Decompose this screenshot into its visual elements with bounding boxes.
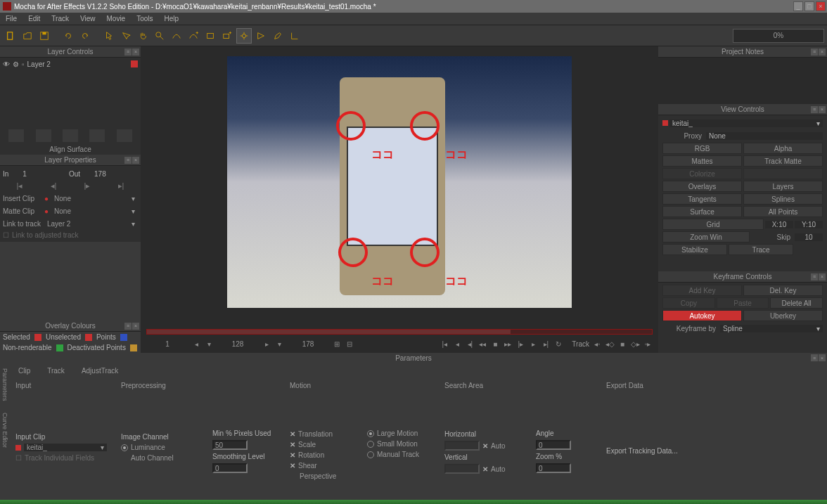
frame-start[interactable]: 1 — [146, 340, 188, 348]
collapse-icon[interactable]: ≡ — [124, 323, 132, 330]
horizontal-input[interactable] — [444, 441, 480, 451]
zoom-out-icon[interactable]: ⊟ — [345, 339, 354, 349]
track-stop-icon[interactable]: ■ — [617, 339, 627, 349]
attach-icon[interactable] — [236, 28, 252, 44]
frame-current[interactable]: 128 — [217, 340, 259, 348]
luminance-radio[interactable] — [121, 444, 128, 451]
points-colour[interactable] — [120, 334, 127, 341]
timeline[interactable] — [146, 329, 653, 335]
spline-icon[interactable] — [169, 28, 184, 44]
collapse-icon[interactable]: ≡ — [124, 157, 132, 164]
uberkey-button[interactable]: Uberkey — [743, 310, 823, 321]
translation-check[interactable]: ✕ — [290, 430, 295, 438]
hand-icon[interactable] — [135, 28, 150, 44]
tab-clip[interactable]: Clip — [15, 366, 33, 376]
add-key-button[interactable]: Add Key — [662, 285, 742, 296]
step-back-icon[interactable]: ◂ — [452, 339, 462, 349]
marker-icon[interactable]: ▾ — [204, 339, 214, 349]
close-panel-icon[interactable]: × — [132, 49, 139, 56]
del-key-button[interactable]: Del. Key — [743, 285, 823, 296]
play-back-icon[interactable]: ◂| — [465, 339, 475, 349]
tracker-br[interactable] — [410, 238, 440, 267]
trace-button[interactable]: Trace — [729, 244, 793, 255]
zoom-button[interactable]: Zoom Win — [662, 231, 750, 243]
checkbox-icon[interactable]: ☐ — [15, 454, 22, 462]
close-panel-icon[interactable]: × — [819, 106, 826, 113]
track-fwd-icon[interactable]: ◇▸ — [630, 339, 640, 349]
track-matte-button[interactable]: Track Matte — [743, 155, 823, 167]
save-icon[interactable] — [37, 28, 52, 44]
layer-row[interactable]: 👁 ⚙ ▫ Layer 2 — [0, 58, 141, 70]
viewer-image[interactable]: ココ ココ ココ ココ — [227, 56, 572, 308]
close-panel-icon[interactable]: × — [132, 323, 139, 330]
angle-icon[interactable] — [287, 28, 302, 44]
close-panel-icon[interactable]: × — [819, 354, 826, 361]
vertical-input[interactable] — [444, 464, 480, 474]
stop-icon[interactable]: ■ — [490, 339, 500, 349]
layers-button[interactable]: Layers — [743, 181, 823, 192]
parameters-tab[interactable]: Parameters — [0, 363, 10, 407]
rgb-button[interactable]: RGB — [662, 143, 742, 154]
menu-help[interactable]: Help — [162, 13, 182, 24]
export-tracking-button[interactable]: Export Tracking Data... — [606, 447, 691, 455]
loop-icon[interactable]: ↻ — [553, 339, 563, 349]
frame-end[interactable]: 178 — [287, 340, 329, 348]
alpha-button[interactable]: Alpha — [743, 143, 823, 154]
tab-adjust[interactable]: AdjustTrack — [79, 366, 121, 376]
in-value[interactable]: 1 — [23, 170, 27, 178]
tracker-tr[interactable] — [410, 111, 440, 141]
go-start-icon[interactable]: |◂ — [440, 339, 449, 349]
grid-x-input[interactable]: X:10 — [765, 221, 793, 228]
collapse-icon[interactable]: ≡ — [124, 49, 132, 56]
menu-file[interactable]: File — [3, 13, 20, 24]
deact-colour[interactable] — [130, 344, 137, 351]
matte-clip-dropdown[interactable]: None — [51, 206, 138, 216]
out-value[interactable]: 178 — [94, 170, 106, 178]
unselected-colour[interactable] — [85, 334, 92, 341]
project-notes-area[interactable] — [658, 58, 827, 104]
mattes-button[interactable]: Mattes — [662, 155, 742, 167]
menu-track[interactable]: Track — [49, 13, 72, 24]
stabilize-button[interactable]: Stabilize — [662, 244, 727, 255]
track-back2-icon[interactable]: ◂◇ — [605, 339, 615, 349]
selected-colour[interactable] — [34, 334, 41, 341]
surface-button[interactable]: Surface — [662, 206, 742, 217]
open-icon[interactable] — [20, 28, 35, 44]
out-point-icon[interactable]: ▸ — [262, 339, 271, 349]
all-points-button[interactable]: All Points — [743, 206, 823, 217]
eye-icon[interactable]: 👁 — [3, 60, 10, 68]
proxy-dropdown[interactable]: None — [706, 132, 823, 140]
delete-icon[interactable] — [117, 129, 132, 142]
rotation-check[interactable]: ✕ — [290, 451, 295, 459]
delete-all-button[interactable]: Delete All — [770, 297, 823, 309]
undo-icon[interactable] — [60, 28, 76, 44]
nav-prev-icon[interactable]: ◂| — [51, 181, 57, 190]
scale-check[interactable]: ✕ — [290, 441, 295, 448]
copy-button[interactable]: Copy — [662, 297, 715, 309]
grid-button[interactable]: Grid — [662, 219, 764, 230]
zoom-in-icon[interactable]: ⊞ — [332, 339, 342, 349]
pointer-icon[interactable] — [101, 28, 117, 44]
menu-view[interactable]: View — [77, 13, 98, 24]
tangents-button[interactable]: Tangents — [662, 193, 742, 205]
angle-input[interactable] — [536, 440, 571, 450]
zoom-input[interactable] — [536, 463, 571, 473]
viewer[interactable]: ココ ココ ココ ココ 1 ◂ ▾ 128 ▸ ▾ 178 ⊞ ⊟ |◂ ◂ ◂… — [141, 46, 658, 353]
duplicate-icon[interactable] — [8, 129, 24, 142]
play-icon[interactable]: |▸ — [515, 339, 525, 349]
group-icon[interactable] — [36, 129, 51, 142]
paste-button[interactable]: Paste — [717, 297, 769, 309]
insert-clip-dropdown[interactable]: None — [51, 193, 138, 203]
close-panel-icon[interactable]: × — [132, 157, 139, 164]
close-button[interactable]: × — [816, 1, 826, 11]
select-icon[interactable] — [118, 28, 134, 44]
grid-y-input[interactable]: Y:10 — [795, 221, 823, 228]
track-back-icon[interactable]: ◂▫ — [592, 339, 602, 349]
step-fwd-icon[interactable]: ▸ — [528, 339, 538, 349]
tracker-bl[interactable] — [338, 238, 368, 267]
next-key-icon[interactable]: ▸▸ — [503, 339, 513, 349]
small-motion-radio[interactable] — [367, 441, 374, 448]
menu-movie[interactable]: Movie — [104, 13, 129, 24]
lock-icon[interactable]: ▫ — [22, 60, 25, 68]
manual-track-radio[interactable] — [367, 451, 374, 458]
